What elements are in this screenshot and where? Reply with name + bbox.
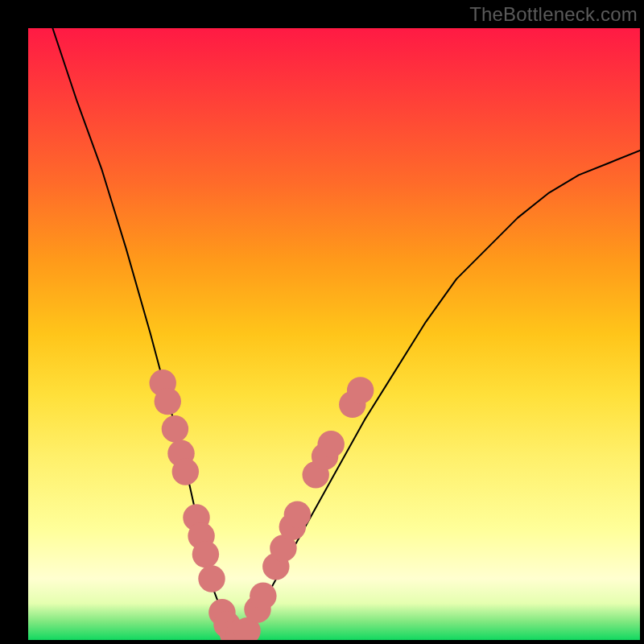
marker-dot xyxy=(347,377,374,403)
marker-dot xyxy=(284,501,311,527)
series-curve xyxy=(52,28,640,634)
marker-dot xyxy=(172,458,199,485)
chart-frame: TheBottleneck.com xyxy=(0,0,644,644)
curve-layer xyxy=(52,28,640,634)
marker-dot xyxy=(198,565,225,592)
marker-dot xyxy=(155,388,181,415)
marker-dot xyxy=(162,415,188,442)
chart-svg xyxy=(28,28,640,640)
plot-area xyxy=(28,28,640,640)
marker-dot xyxy=(250,583,276,609)
marker-layer xyxy=(149,369,374,640)
watermark-text: TheBottleneck.com xyxy=(469,3,638,26)
marker-dot xyxy=(317,431,344,457)
marker-dot xyxy=(192,541,219,568)
